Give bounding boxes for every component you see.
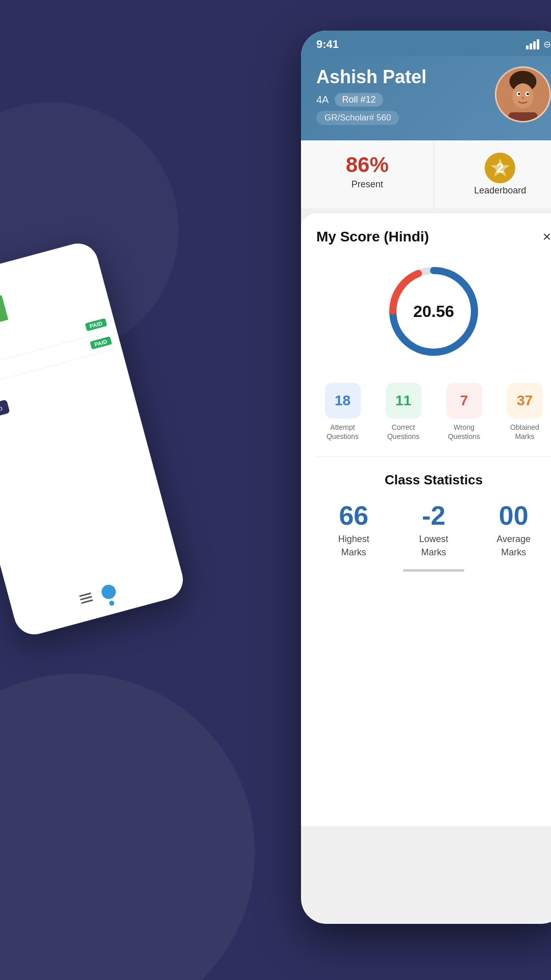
donut-wrapper: 20.56 [383, 260, 485, 362]
lowest-value: -2 [422, 500, 445, 531]
time-display: 9:41 [316, 38, 339, 51]
class-text: 4A [316, 94, 329, 106]
chart-bar [0, 295, 8, 322]
attempt-badge: 18 [325, 383, 361, 419]
average-value: 00 [499, 500, 529, 531]
stats-row: 86% Present ★ 2 Leaderboard [301, 140, 551, 208]
roll-badge: Roll #12 [335, 93, 383, 107]
svg-point-2 [512, 83, 534, 108]
close-button[interactable]: × [543, 229, 551, 245]
days-ago-badge: Days Ago [0, 400, 10, 424]
lowest-stat: -2 LowestMarks [396, 500, 471, 558]
wrong-badge: 7 [446, 383, 482, 419]
average-stat: 00 AverageMarks [476, 500, 551, 558]
highest-stat: 66 HighestMarks [316, 500, 391, 558]
gr-badge: GR/Scholar# 560 [316, 111, 399, 125]
obtained-stat: 37 ObtainedMarks [498, 383, 551, 441]
attempt-label: AttemptQuestions [327, 423, 359, 441]
profile-class-row: 4A Roll #12 [316, 93, 485, 107]
obtained-badge: 37 [507, 383, 543, 419]
score-card: My Score (Hindi) × 20.56 18 Attem [301, 213, 551, 826]
profile-header: Ashish Patel 4A Roll #12 GR/Scholar# 560 [301, 56, 551, 140]
average-label: AverageMarks [496, 533, 531, 558]
svg-point-6 [518, 93, 520, 95]
status-bar: 9:41 ⊖ [301, 31, 551, 56]
highest-value: 66 [339, 500, 368, 531]
handle-bar [403, 569, 464, 572]
leaderboard-badge: ★ 2 [485, 153, 515, 183]
present-label: Present [352, 179, 383, 190]
hamburger-icon[interactable] [79, 592, 93, 604]
avatar [495, 66, 551, 122]
profile-info: Ashish Patel 4A Roll #12 GR/Scholar# 560 [316, 66, 485, 125]
wifi-icon: ⊖ [543, 39, 551, 50]
main-phone: 9:41 ⊖ Ashish Patel 4A Roll #12 GR/Schol… [301, 31, 551, 924]
class-stats-title: Class Statistics [316, 472, 551, 488]
status-icons: ⊖ [526, 39, 551, 50]
leaderboard-rank: 2 [496, 160, 504, 176]
correct-stat: 11 CorrectQuestions [377, 383, 430, 441]
profile-name: Ashish Patel [316, 66, 485, 88]
paid-badge-1: PAID [85, 318, 107, 331]
svg-point-8 [521, 97, 524, 99]
paid-badge-2: PAID [89, 336, 112, 350]
score-stats: 18 AttemptQuestions 11 CorrectQuestions … [316, 383, 551, 457]
donut-chart-container: 20.56 [316, 260, 551, 362]
attempt-stat: 18 AttemptQuestions [316, 383, 369, 441]
present-value: 86% [346, 153, 389, 177]
svg-point-7 [527, 93, 529, 95]
svg-rect-3 [509, 112, 538, 121]
bottom-handle [316, 559, 551, 577]
highest-label: HighestMarks [338, 533, 369, 558]
bg-circle-1 [0, 674, 255, 980]
leaderboard-label: Leaderboard [474, 185, 526, 196]
wrong-stat: 7 WrongQuestions [438, 383, 490, 441]
score-title: My Score (Hindi) [316, 229, 429, 245]
correct-label: CorrectQuestions [387, 423, 419, 441]
class-stats-row: 66 HighestMarks -2 LowestMarks 00 Averag… [316, 500, 551, 558]
left-phone: Dec 000/- PAID 5000/- PAID 26/5 Days Ago [0, 239, 187, 639]
leaderboard-stat: ★ 2 Leaderboard [434, 140, 552, 208]
signal-icon [526, 39, 539, 50]
obtained-label: ObtainedMarks [510, 423, 539, 441]
present-stat: 86% Present [301, 140, 434, 208]
correct-badge: 11 [386, 383, 421, 419]
score-card-header: My Score (Hindi) × [316, 229, 551, 245]
lowest-label: LowestMarks [419, 533, 448, 558]
wrong-label: WrongQuestions [448, 423, 480, 441]
score-center-value: 20.56 [413, 302, 454, 321]
